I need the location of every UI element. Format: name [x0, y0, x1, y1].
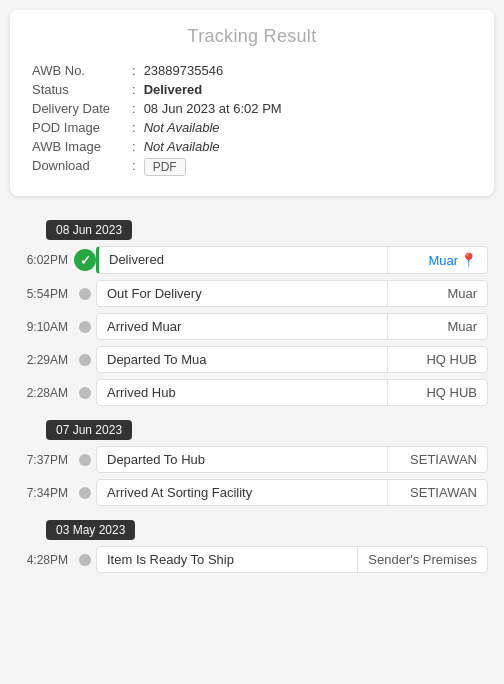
timeline-dot	[79, 288, 91, 300]
timeline-dot-col	[74, 487, 96, 499]
pod-value: Not Available	[140, 118, 476, 137]
timeline-dot	[79, 554, 91, 566]
event-time: 6:02PM	[16, 253, 74, 267]
event-name: Item Is Ready To Ship	[97, 547, 357, 572]
event-name: Arrived Muar	[97, 314, 387, 339]
awb-image-label: AWB Image	[28, 137, 128, 156]
timeline-dot: ✓	[74, 249, 96, 271]
tracking-info-card: Tracking Result AWB No. : 23889735546 St…	[10, 10, 494, 196]
timeline-dot	[79, 321, 91, 333]
event-content: DeliveredMuar📍	[96, 246, 488, 274]
delivery-row: Delivery Date : 08 Jun 2023 at 6:02 PM	[28, 99, 476, 118]
timeline-row: 7:34PMArrived At Sorting FacilitySETIAWA…	[16, 479, 488, 506]
timeline-row: 2:29AMDeparted To MuaHQ HUB	[16, 346, 488, 373]
event-time: 2:29AM	[16, 353, 74, 367]
event-time: 9:10AM	[16, 320, 74, 334]
event-location: HQ HUB	[387, 380, 487, 405]
timeline-section: 08 Jun 20236:02PM✓DeliveredMuar📍5:54PMOu…	[10, 212, 494, 573]
timeline-dot-col	[74, 454, 96, 466]
timeline-row: 7:37PMDeparted To HubSETIAWAN	[16, 446, 488, 473]
timeline-dot-col	[74, 288, 96, 300]
timeline-dot-col	[74, 387, 96, 399]
date-badge: 03 May 2023	[46, 520, 135, 540]
delivery-label: Delivery Date	[28, 99, 128, 118]
timeline-dot	[79, 487, 91, 499]
event-content: Arrived At Sorting FacilitySETIAWAN	[96, 479, 488, 506]
awb-label: AWB No.	[28, 61, 128, 80]
timeline-container: 08 Jun 20236:02PM✓DeliveredMuar📍5:54PMOu…	[16, 212, 488, 573]
card-title: Tracking Result	[28, 26, 476, 47]
location-pin-icon: 📍	[460, 252, 477, 268]
event-location: SETIAWAN	[387, 480, 487, 505]
event-location: Muar	[387, 314, 487, 339]
awb-value: 23889735546	[140, 61, 476, 80]
event-time: 4:28PM	[16, 553, 74, 567]
date-badge: 08 Jun 2023	[46, 220, 132, 240]
timeline-dot-col	[74, 354, 96, 366]
timeline-dot-col: ✓	[74, 249, 96, 271]
status-label: Status	[28, 80, 128, 99]
event-content: Departed To MuaHQ HUB	[96, 346, 488, 373]
event-location: SETIAWAN	[387, 447, 487, 472]
status-row: Status : Delivered	[28, 80, 476, 99]
date-badge: 07 Jun 2023	[46, 420, 132, 440]
status-value: Delivered	[140, 80, 476, 99]
info-table: AWB No. : 23889735546 Status : Delivered…	[28, 61, 476, 178]
event-time: 5:54PM	[16, 287, 74, 301]
timeline-row: 9:10AMArrived MuarMuar	[16, 313, 488, 340]
awb-image-value: Not Available	[140, 137, 476, 156]
timeline-row: 4:28PMItem Is Ready To ShipSender's Prem…	[16, 546, 488, 573]
event-content: Arrived MuarMuar	[96, 313, 488, 340]
event-name: Departed To Mua	[97, 347, 387, 372]
event-time: 7:34PM	[16, 486, 74, 500]
pdf-button[interactable]: PDF	[144, 158, 186, 176]
timeline-dot-col	[74, 321, 96, 333]
event-content: Item Is Ready To ShipSender's Premises	[96, 546, 488, 573]
timeline-dot	[79, 387, 91, 399]
timeline-row: 5:54PMOut For DeliveryMuar	[16, 280, 488, 307]
event-name: Out For Delivery	[97, 281, 387, 306]
event-content: Departed To HubSETIAWAN	[96, 446, 488, 473]
event-name: Arrived At Sorting Facility	[97, 480, 387, 505]
delivery-value: 08 Jun 2023 at 6:02 PM	[140, 99, 476, 118]
event-name: Departed To Hub	[97, 447, 387, 472]
pod-label: POD Image	[28, 118, 128, 137]
event-content: Arrived HubHQ HUB	[96, 379, 488, 406]
event-time: 7:37PM	[16, 453, 74, 467]
event-name: Arrived Hub	[97, 380, 387, 405]
download-label: Download	[28, 156, 128, 178]
awb-image-row: AWB Image : Not Available	[28, 137, 476, 156]
event-location: HQ HUB	[387, 347, 487, 372]
timeline-row: 6:02PM✓DeliveredMuar📍	[16, 246, 488, 274]
pod-row: POD Image : Not Available	[28, 118, 476, 137]
event-location: Muar	[387, 281, 487, 306]
download-row: Download : PDF	[28, 156, 476, 178]
event-time: 2:28AM	[16, 386, 74, 400]
event-location: Sender's Premises	[357, 547, 487, 572]
timeline-dot-col	[74, 554, 96, 566]
event-name: Delivered	[99, 247, 387, 273]
event-content: Out For DeliveryMuar	[96, 280, 488, 307]
timeline-row: 2:28AMArrived HubHQ HUB	[16, 379, 488, 406]
event-location: Muar📍	[387, 247, 487, 273]
timeline-dot	[79, 454, 91, 466]
awb-row: AWB No. : 23889735546	[28, 61, 476, 80]
timeline-dot	[79, 354, 91, 366]
